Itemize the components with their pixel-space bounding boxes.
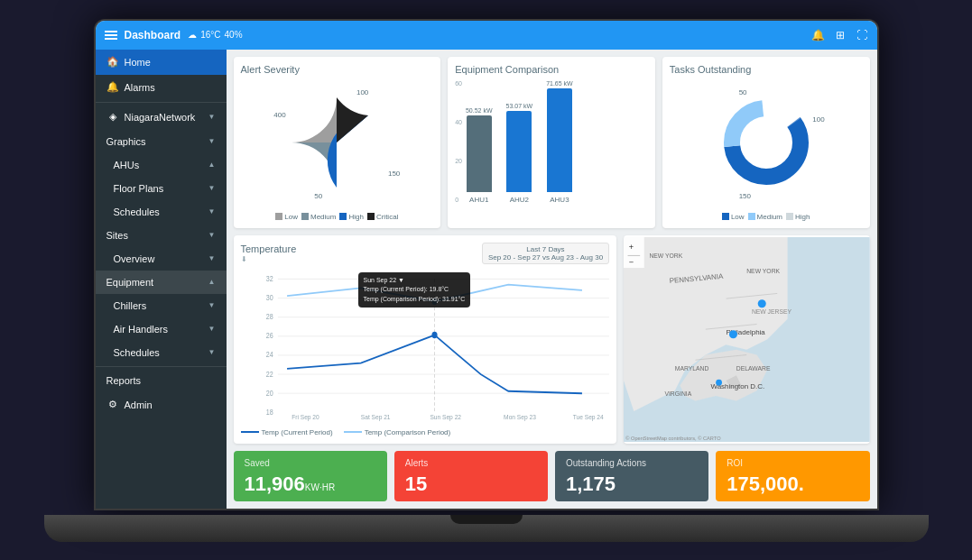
svg-text:24: 24 xyxy=(265,350,273,359)
cloud-icon: ☁ xyxy=(188,30,197,40)
legend-critical: Critical xyxy=(367,213,398,221)
sidebar-label-niagara: NiagaraNetwork xyxy=(125,112,196,123)
sidebar-item-graphics[interactable]: Graphics ▼ xyxy=(96,130,227,153)
sidebar-item-reports[interactable]: Reports xyxy=(96,369,227,392)
sidebar-label-home: Home xyxy=(125,57,151,68)
tasks-outstanding-chart: 50 100 150 xyxy=(670,80,863,209)
sidebar-item-sites[interactable]: Sites ▼ xyxy=(96,224,227,247)
equipment-comparison-chart: 60 40 20 0 50.52 kW AHU1 xyxy=(455,80,648,222)
sidebar-divider-1 xyxy=(96,102,227,103)
date-comparison: Sep 20 - Sep 27 vs Aug 23 - Aug 30 xyxy=(488,253,603,262)
bar-label-ahu2-value: 53.07 kW xyxy=(506,103,533,109)
kpi-alerts-label: Alerts xyxy=(405,458,537,468)
pie-label-150: 150 xyxy=(388,170,400,178)
kpi-saved-label: Saved xyxy=(245,458,376,468)
map-pin-dc xyxy=(716,379,722,385)
svg-rect-52 xyxy=(624,236,644,267)
svg-text:20: 20 xyxy=(265,389,273,398)
tasks-outstanding-title: Tasks Outstanding xyxy=(670,64,863,75)
grid-view-icon[interactable]: ⊞ xyxy=(834,29,847,41)
content-area: Alert Severity 100 150 50 400 xyxy=(227,50,877,509)
pie-label-100: 100 xyxy=(356,88,368,96)
bar-label-ahu1: AHU1 xyxy=(469,196,488,204)
sidebar-item-niagara[interactable]: ◈ NiagaraNetwork ▼ xyxy=(96,105,227,130)
sidebar-label-ahus: AHUs xyxy=(114,160,140,170)
kpi-saved-value: 11,906KW·HR xyxy=(245,474,376,494)
svg-text:Mon Sep 23: Mon Sep 23 xyxy=(504,412,536,421)
current-period-line xyxy=(241,431,259,433)
charts-top-row: Alert Severity 100 150 50 400 xyxy=(234,57,870,228)
temperature-card: Temperature ⬇ Last 7 Days Sep 20 - Sep 2… xyxy=(234,235,617,444)
sidebar-item-chillers[interactable]: Chillers ▼ xyxy=(96,294,227,317)
notification-bell-icon[interactable]: 🔔 xyxy=(812,29,825,41)
svg-text:NEW YORK: NEW YORK xyxy=(649,252,682,258)
bar-y-axis: 60 40 20 0 xyxy=(455,80,462,222)
kpi-outstanding-card: Outstanding Actions 1,175 xyxy=(555,451,708,501)
bar-chart-container: 50.52 kW AHU1 53.07 kW AHU2 xyxy=(466,80,648,222)
line-chart-area: 32 30 28 26 24 22 20 18 Fri Sep 20 xyxy=(241,268,610,425)
svg-text:VIRGINIA: VIRGINIA xyxy=(664,390,691,396)
chevron-icon-chiller: ▼ xyxy=(208,301,216,309)
svg-point-33 xyxy=(431,298,437,304)
topbar-left: Dashboard ☁ 16°C 40% xyxy=(105,29,812,41)
donut-label-150: 150 xyxy=(739,192,751,200)
equipment-comparison-card: Equipment Comparison 60 40 20 0 xyxy=(448,57,655,228)
alert-severity-title: Alert Severity xyxy=(241,64,434,75)
equipment-comparison-title: Equipment Comparison xyxy=(455,64,648,75)
date-range-label: Last 7 Days xyxy=(488,245,603,253)
legend-medium-tasks: Medium xyxy=(748,213,782,221)
topbar-weather: ☁ 16°C 40% xyxy=(188,30,242,40)
kpi-row: Saved 11,906KW·HR Alerts 15 Outstanding … xyxy=(234,451,870,501)
chevron-icon-air: ▼ xyxy=(208,325,216,333)
sidebar-item-ahus[interactable]: AHUs ▲ xyxy=(96,153,227,177)
bar-ahu3 xyxy=(547,88,572,192)
temp-legend: Temp (Current Period) Temp (Comparison P… xyxy=(241,428,610,436)
kpi-roi-value: 175,000. xyxy=(727,474,858,494)
sidebar-item-floor-plans[interactable]: Floor Plans ▼ xyxy=(96,177,227,200)
chevron-icon-sched1: ▼ xyxy=(208,207,216,216)
expand-icon[interactable]: ⛶ xyxy=(856,29,868,41)
kpi-outstanding-value: 1,175 xyxy=(566,474,698,494)
sidebar-label-overview: Overview xyxy=(114,253,155,264)
temp-download-icon[interactable]: ⬇ xyxy=(241,255,297,263)
sidebar-item-equipment[interactable]: Equipment ▲ xyxy=(96,271,227,294)
chevron-icon-overview: ▼ xyxy=(208,254,216,262)
humidity-display: 40% xyxy=(225,30,243,40)
svg-text:32: 32 xyxy=(265,274,273,283)
bar-group-ahu1: 50.52 kW AHU1 xyxy=(466,107,493,204)
bar-label-ahu3-value: 71.65 kW xyxy=(546,80,573,87)
bar-label-ahu3: AHU3 xyxy=(550,196,569,204)
sidebar-item-overview[interactable]: Overview ▼ xyxy=(96,247,227,271)
bar-label-ahu1-value: 50.52 kW xyxy=(466,107,493,114)
menu-button[interactable] xyxy=(105,31,117,40)
charts-bottom-row: Temperature ⬇ Last 7 Days Sep 20 - Sep 2… xyxy=(234,235,870,444)
alert-severity-chart: 100 150 50 400 xyxy=(241,80,434,209)
temp-title: Temperature xyxy=(241,243,297,254)
svg-text:MARYLAND: MARYLAND xyxy=(675,364,709,371)
svg-rect-0 xyxy=(275,213,282,220)
legend-low-tasks: Low xyxy=(722,213,745,221)
sidebar-label-equipment: Equipment xyxy=(106,277,154,288)
bar-group-ahu3: 71.65 kW AHU3 xyxy=(546,80,573,204)
svg-text:Sat Sep 21: Sat Sep 21 xyxy=(360,412,390,421)
sidebar-item-alarms[interactable]: 🔔 Alarms xyxy=(96,75,227,100)
chevron-icon-sites: ▼ xyxy=(208,231,216,239)
donut-label-100: 100 xyxy=(812,115,824,124)
sidebar-item-air-handlers[interactable]: Air Handlers ▼ xyxy=(96,317,227,341)
svg-text:NEW YORK: NEW YORK xyxy=(746,267,780,273)
donut-label-50: 50 xyxy=(739,88,747,96)
svg-text:© OpenStreetMap contributors, : © OpenStreetMap contributors, © CARTO xyxy=(625,435,721,440)
sidebar-item-home[interactable]: 🏠 Home xyxy=(96,50,227,75)
kpi-saved-card: Saved 11,906KW·HR xyxy=(234,451,387,501)
pie-chart-svg xyxy=(287,93,386,192)
temperature-display: 16°C xyxy=(200,30,220,40)
sidebar-item-admin[interactable]: ⚙ Admin xyxy=(96,392,227,418)
sidebar-label-schedules-1: Schedules xyxy=(114,207,160,217)
sidebar-label-graphics: Graphics xyxy=(106,136,146,147)
sidebar-item-schedules-2[interactable]: Schedules ▼ xyxy=(96,341,227,364)
bar-ahu2 xyxy=(506,111,532,192)
gear-icon: ⚙ xyxy=(106,399,119,411)
legend-current-period: Temp (Current Period) xyxy=(241,428,333,436)
sidebar-item-schedules-1[interactable]: Schedules ▼ xyxy=(96,200,227,224)
map-card: PENNSYLVANIA NEW YORK NEW YORK NEW JERSE… xyxy=(624,235,869,444)
